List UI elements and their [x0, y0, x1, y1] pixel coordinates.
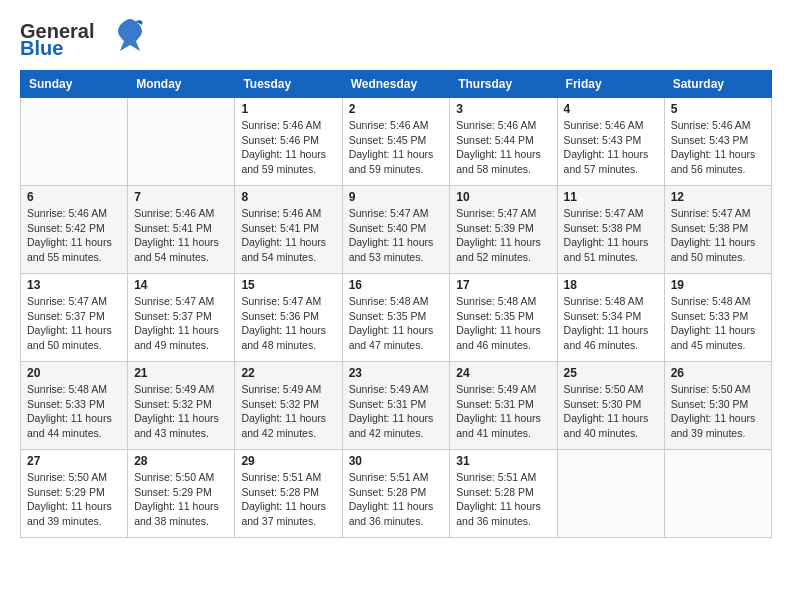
day-info: Sunrise: 5:48 AM Sunset: 5:33 PM Dayligh…	[27, 382, 121, 441]
day-number: 18	[564, 278, 658, 292]
day-number: 14	[134, 278, 228, 292]
day-info: Sunrise: 5:46 AM Sunset: 5:45 PM Dayligh…	[349, 118, 444, 177]
day-number: 9	[349, 190, 444, 204]
calendar-cell: 25Sunrise: 5:50 AM Sunset: 5:30 PM Dayli…	[557, 362, 664, 450]
day-number: 21	[134, 366, 228, 380]
day-number: 6	[27, 190, 121, 204]
calendar-cell: 14Sunrise: 5:47 AM Sunset: 5:37 PM Dayli…	[128, 274, 235, 362]
day-info: Sunrise: 5:50 AM Sunset: 5:30 PM Dayligh…	[671, 382, 765, 441]
day-info: Sunrise: 5:46 AM Sunset: 5:44 PM Dayligh…	[456, 118, 550, 177]
day-number: 4	[564, 102, 658, 116]
day-number: 7	[134, 190, 228, 204]
day-info: Sunrise: 5:51 AM Sunset: 5:28 PM Dayligh…	[349, 470, 444, 529]
day-info: Sunrise: 5:46 AM Sunset: 5:41 PM Dayligh…	[134, 206, 228, 265]
weekday-header-thursday: Thursday	[450, 71, 557, 98]
weekday-header-monday: Monday	[128, 71, 235, 98]
day-info: Sunrise: 5:48 AM Sunset: 5:35 PM Dayligh…	[349, 294, 444, 353]
day-number: 31	[456, 454, 550, 468]
day-info: Sunrise: 5:46 AM Sunset: 5:46 PM Dayligh…	[241, 118, 335, 177]
day-number: 5	[671, 102, 765, 116]
calendar-cell: 31Sunrise: 5:51 AM Sunset: 5:28 PM Dayli…	[450, 450, 557, 538]
day-info: Sunrise: 5:48 AM Sunset: 5:34 PM Dayligh…	[564, 294, 658, 353]
day-info: Sunrise: 5:47 AM Sunset: 5:39 PM Dayligh…	[456, 206, 550, 265]
calendar-cell: 11Sunrise: 5:47 AM Sunset: 5:38 PM Dayli…	[557, 186, 664, 274]
day-info: Sunrise: 5:48 AM Sunset: 5:33 PM Dayligh…	[671, 294, 765, 353]
day-number: 8	[241, 190, 335, 204]
logo-blue: Blue	[20, 37, 63, 60]
day-info: Sunrise: 5:48 AM Sunset: 5:35 PM Dayligh…	[456, 294, 550, 353]
day-info: Sunrise: 5:49 AM Sunset: 5:32 PM Dayligh…	[241, 382, 335, 441]
calendar-cell: 26Sunrise: 5:50 AM Sunset: 5:30 PM Dayli…	[664, 362, 771, 450]
calendar-cell: 20Sunrise: 5:48 AM Sunset: 5:33 PM Dayli…	[21, 362, 128, 450]
day-info: Sunrise: 5:47 AM Sunset: 5:38 PM Dayligh…	[671, 206, 765, 265]
weekday-header-wednesday: Wednesday	[342, 71, 450, 98]
day-info: Sunrise: 5:46 AM Sunset: 5:41 PM Dayligh…	[241, 206, 335, 265]
day-number: 16	[349, 278, 444, 292]
day-info: Sunrise: 5:49 AM Sunset: 5:32 PM Dayligh…	[134, 382, 228, 441]
calendar-cell: 13Sunrise: 5:47 AM Sunset: 5:37 PM Dayli…	[21, 274, 128, 362]
day-info: Sunrise: 5:51 AM Sunset: 5:28 PM Dayligh…	[456, 470, 550, 529]
calendar-cell: 19Sunrise: 5:48 AM Sunset: 5:33 PM Dayli…	[664, 274, 771, 362]
day-number: 12	[671, 190, 765, 204]
calendar-cell: 18Sunrise: 5:48 AM Sunset: 5:34 PM Dayli…	[557, 274, 664, 362]
calendar-cell: 27Sunrise: 5:50 AM Sunset: 5:29 PM Dayli…	[21, 450, 128, 538]
day-number: 20	[27, 366, 121, 380]
weekday-header-saturday: Saturday	[664, 71, 771, 98]
day-info: Sunrise: 5:47 AM Sunset: 5:37 PM Dayligh…	[27, 294, 121, 353]
day-info: Sunrise: 5:46 AM Sunset: 5:42 PM Dayligh…	[27, 206, 121, 265]
day-number: 15	[241, 278, 335, 292]
day-number: 23	[349, 366, 444, 380]
day-info: Sunrise: 5:46 AM Sunset: 5:43 PM Dayligh…	[564, 118, 658, 177]
calendar-cell: 15Sunrise: 5:47 AM Sunset: 5:36 PM Dayli…	[235, 274, 342, 362]
calendar-cell: 17Sunrise: 5:48 AM Sunset: 5:35 PM Dayli…	[450, 274, 557, 362]
day-info: Sunrise: 5:50 AM Sunset: 5:29 PM Dayligh…	[134, 470, 228, 529]
day-info: Sunrise: 5:47 AM Sunset: 5:40 PM Dayligh…	[349, 206, 444, 265]
day-info: Sunrise: 5:50 AM Sunset: 5:29 PM Dayligh…	[27, 470, 121, 529]
calendar-cell	[21, 98, 128, 186]
weekday-header-tuesday: Tuesday	[235, 71, 342, 98]
day-info: Sunrise: 5:51 AM Sunset: 5:28 PM Dayligh…	[241, 470, 335, 529]
day-number: 11	[564, 190, 658, 204]
day-info: Sunrise: 5:47 AM Sunset: 5:38 PM Dayligh…	[564, 206, 658, 265]
calendar-cell: 4Sunrise: 5:46 AM Sunset: 5:43 PM Daylig…	[557, 98, 664, 186]
day-number: 25	[564, 366, 658, 380]
day-number: 26	[671, 366, 765, 380]
calendar-cell: 12Sunrise: 5:47 AM Sunset: 5:38 PM Dayli…	[664, 186, 771, 274]
logo: General Blue	[20, 20, 144, 60]
day-number: 2	[349, 102, 444, 116]
logo-bird-icon	[116, 17, 144, 53]
day-number: 19	[671, 278, 765, 292]
calendar-cell: 8Sunrise: 5:46 AM Sunset: 5:41 PM Daylig…	[235, 186, 342, 274]
day-info: Sunrise: 5:50 AM Sunset: 5:30 PM Dayligh…	[564, 382, 658, 441]
calendar-cell	[664, 450, 771, 538]
calendar-cell: 9Sunrise: 5:47 AM Sunset: 5:40 PM Daylig…	[342, 186, 450, 274]
day-info: Sunrise: 5:46 AM Sunset: 5:43 PM Dayligh…	[671, 118, 765, 177]
calendar-cell	[128, 98, 235, 186]
calendar-cell: 7Sunrise: 5:46 AM Sunset: 5:41 PM Daylig…	[128, 186, 235, 274]
day-number: 3	[456, 102, 550, 116]
calendar-cell: 28Sunrise: 5:50 AM Sunset: 5:29 PM Dayli…	[128, 450, 235, 538]
day-number: 1	[241, 102, 335, 116]
calendar-cell: 22Sunrise: 5:49 AM Sunset: 5:32 PM Dayli…	[235, 362, 342, 450]
day-number: 28	[134, 454, 228, 468]
day-info: Sunrise: 5:49 AM Sunset: 5:31 PM Dayligh…	[456, 382, 550, 441]
calendar-cell: 1Sunrise: 5:46 AM Sunset: 5:46 PM Daylig…	[235, 98, 342, 186]
day-info: Sunrise: 5:47 AM Sunset: 5:37 PM Dayligh…	[134, 294, 228, 353]
day-number: 24	[456, 366, 550, 380]
calendar-week-2: 6Sunrise: 5:46 AM Sunset: 5:42 PM Daylig…	[21, 186, 772, 274]
calendar-week-5: 27Sunrise: 5:50 AM Sunset: 5:29 PM Dayli…	[21, 450, 772, 538]
day-number: 22	[241, 366, 335, 380]
calendar-cell: 5Sunrise: 5:46 AM Sunset: 5:43 PM Daylig…	[664, 98, 771, 186]
weekday-header-sunday: Sunday	[21, 71, 128, 98]
calendar-cell: 16Sunrise: 5:48 AM Sunset: 5:35 PM Dayli…	[342, 274, 450, 362]
day-number: 10	[456, 190, 550, 204]
calendar-cell: 10Sunrise: 5:47 AM Sunset: 5:39 PM Dayli…	[450, 186, 557, 274]
calendar-week-3: 13Sunrise: 5:47 AM Sunset: 5:37 PM Dayli…	[21, 274, 772, 362]
day-info: Sunrise: 5:47 AM Sunset: 5:36 PM Dayligh…	[241, 294, 335, 353]
day-number: 17	[456, 278, 550, 292]
calendar-cell: 30Sunrise: 5:51 AM Sunset: 5:28 PM Dayli…	[342, 450, 450, 538]
calendar-table: SundayMondayTuesdayWednesdayThursdayFrid…	[20, 70, 772, 538]
calendar-cell: 2Sunrise: 5:46 AM Sunset: 5:45 PM Daylig…	[342, 98, 450, 186]
day-info: Sunrise: 5:49 AM Sunset: 5:31 PM Dayligh…	[349, 382, 444, 441]
calendar-week-1: 1Sunrise: 5:46 AM Sunset: 5:46 PM Daylig…	[21, 98, 772, 186]
